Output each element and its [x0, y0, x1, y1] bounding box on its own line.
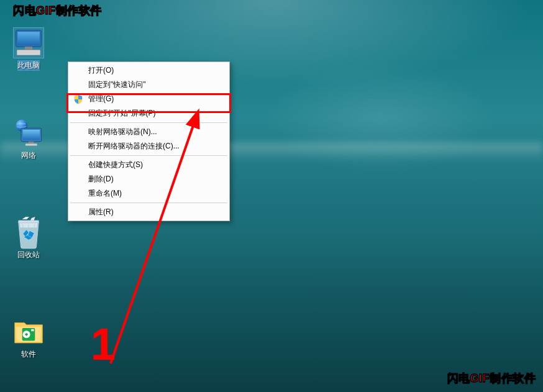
menu-item-delete[interactable]: 删除(D): [70, 172, 228, 186]
svg-rect-3: [17, 50, 40, 55]
svg-rect-2: [24, 47, 32, 49]
menu-separator: [70, 122, 227, 123]
menu-item-label: 创建快捷方式(S): [88, 160, 143, 170]
desktop-icon-label: 回收站: [17, 250, 40, 260]
menu-item-label: 删除(D): [88, 174, 114, 185]
desktop-icon-label: 软件: [21, 349, 36, 360]
menu-item-properties[interactable]: 属性(R): [70, 205, 228, 219]
desktop-icon-this-pc[interactable]: 此电脑: [5, 28, 52, 71]
menu-item-label: 打开(O): [88, 65, 114, 76]
menu-item-manage[interactable]: 管理(G): [70, 92, 228, 106]
svg-rect-9: [22, 130, 39, 140]
watermark-bottom: 闪电GIF制作软件: [447, 371, 536, 386]
folder-icon: [14, 317, 43, 347]
menu-item-label: 重命名(M): [88, 188, 122, 199]
menu-item-label: 固定到"开始"屏幕(P): [88, 108, 156, 119]
shield-icon: [73, 94, 83, 104]
desktop-icon-label: 网络: [21, 150, 36, 161]
recycle-bin-icon: [14, 217, 43, 247]
menu-item-label: 属性(R): [88, 207, 114, 217]
svg-point-14: [25, 333, 27, 335]
watermark-white: 制作软件: [56, 4, 102, 17]
svg-rect-1: [17, 32, 40, 45]
desktop-icon-label: 此电脑: [17, 60, 40, 71]
watermark-white: 制作软件: [490, 372, 536, 385]
watermark-top: 闪电GIF制作软件: [13, 3, 102, 18]
watermark-red: 闪电GIF: [13, 4, 56, 17]
menu-item-label: 断开网络驱动器的连接(C)...: [88, 141, 180, 152]
network-icon: [14, 118, 43, 148]
menu-item-map-drive[interactable]: 映射网络驱动器(N)...: [70, 125, 228, 139]
menu-item-pin-quick-access[interactable]: 固定到"快速访问": [70, 78, 228, 92]
menu-item-pin-start[interactable]: 固定到"开始"屏幕(P): [70, 106, 228, 121]
menu-separator: [70, 155, 227, 156]
menu-item-disconnect-drive[interactable]: 断开网络驱动器的连接(C)...: [70, 139, 228, 153]
menu-item-open[interactable]: 打开(O): [70, 63, 228, 78]
svg-rect-15: [31, 329, 34, 331]
desktop-icon-software-folder[interactable]: 软件: [5, 317, 52, 360]
menu-item-label: 管理(G): [88, 94, 114, 104]
svg-rect-10: [29, 142, 34, 144]
watermark-red: 闪电GIF: [447, 372, 490, 385]
menu-item-label: 固定到"快速访问": [88, 80, 146, 90]
menu-item-create-shortcut[interactable]: 创建快捷方式(S): [70, 158, 228, 172]
menu-item-rename[interactable]: 重命名(M): [70, 186, 228, 201]
desktop-icon-recycle-bin[interactable]: 回收站: [5, 217, 52, 260]
menu-separator: [70, 203, 227, 203]
context-menu: 打开(O) 固定到"快速访问" 管理(G) 固定到"开始"屏幕(P) 映射网络驱…: [68, 62, 230, 221]
computer-icon: [14, 28, 43, 58]
menu-item-label: 映射网络驱动器(N)...: [88, 127, 157, 137]
svg-rect-11: [25, 144, 37, 145]
desktop-icon-network[interactable]: 网络: [5, 118, 52, 161]
annotation-step-number: 1: [91, 319, 116, 370]
